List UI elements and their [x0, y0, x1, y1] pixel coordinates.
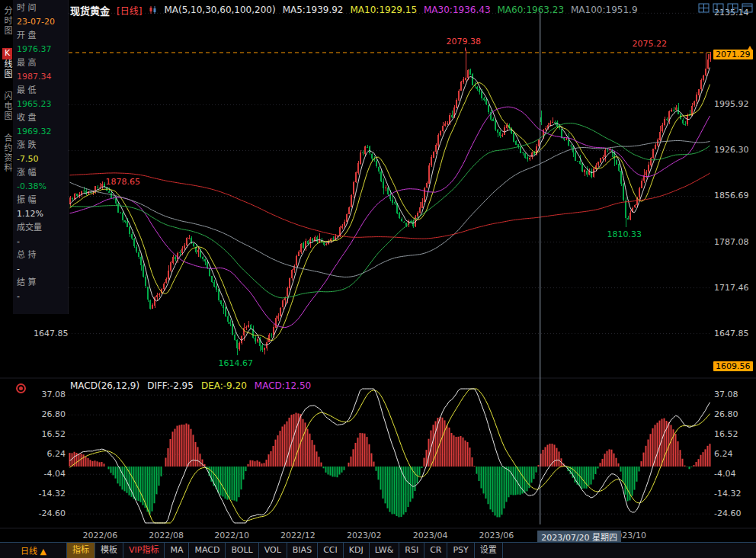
- triangle-up-icon: ▲: [40, 547, 46, 556]
- info-label: 涨 幅: [13, 166, 68, 180]
- x-axis-tick: 2023/04: [413, 531, 448, 540]
- bottom-toolbar: 日线 ▲ 指标模板VIP指标MAMACDBOLLVOLBIASCCIKDJLW&…: [0, 542, 756, 558]
- symbol-name: 现货黄金: [70, 3, 110, 18]
- indicator-tabs: 指标模板VIP指标MAMACDBOLLVOLBIASCCIKDJLW&RSICR…: [67, 543, 503, 558]
- bottom-tab-5[interactable]: MACD: [188, 543, 226, 558]
- x-axis-tick: 2022/12: [280, 531, 316, 540]
- bottom-tab-11[interactable]: LW&: [369, 543, 400, 558]
- chart-canvas[interactable]: [0, 0, 756, 558]
- info-value: -: [13, 290, 68, 303]
- info-value: -0.38%: [13, 180, 68, 194]
- info-label: 成交量: [13, 221, 68, 235]
- chart-header: 现货黄金 [日线] MA(5,10,30,60,100,200) MA5:193…: [70, 0, 703, 20]
- bottom-tab-8[interactable]: BIAS: [287, 543, 318, 558]
- ma-legend-item: MA60:1963.23: [498, 5, 565, 15]
- x-axis-tick: 2022/08: [149, 531, 184, 540]
- x-axis-tick: 2023/06: [479, 531, 514, 540]
- layout-hsplit-icon[interactable]: [742, 3, 753, 13]
- info-value: -: [13, 235, 68, 249]
- macd-params: MACD(26,12,9): [70, 380, 139, 391]
- ma-legend-item: MA10:1929.15: [351, 5, 418, 15]
- info-label: 总 持: [13, 249, 68, 262]
- macd-macd-value: MACD:12.50: [255, 380, 311, 391]
- left-tab-1[interactable]: 分时图: [0, 0, 13, 42]
- period-selector[interactable]: 日线 ▲: [0, 544, 67, 556]
- layout-vsplit-icon[interactable]: [713, 3, 724, 13]
- info-value: 1.12%: [13, 207, 68, 221]
- bottom-tab-12[interactable]: RSI: [399, 543, 424, 558]
- ma-legend-item: MA5:1939.92: [283, 5, 344, 15]
- info-label: 涨 跌: [13, 139, 68, 152]
- x-axis-labels: 2022/062022/082022/102022/122023/022023/…: [0, 530, 756, 543]
- info-label: 最 高: [13, 56, 68, 70]
- macd-dea-value: DEA:-9.20: [201, 380, 247, 391]
- ma-params: MA(5,10,30,60,100,200): [164, 5, 275, 15]
- mini-kline-icon: [149, 5, 157, 14]
- trading-app-window: 现货黄金 [日线] MA(5,10,30,60,100,200) MA5:193…: [0, 0, 756, 558]
- layout-mixed-icon[interactable]: [727, 3, 738, 13]
- macd-header: MACD(26,12,9) DIFF:-2.95 DEA:-9.20 MACD:…: [70, 380, 311, 391]
- info-label: 最 低: [13, 84, 68, 98]
- bottom-tab-10[interactable]: KDJ: [343, 543, 370, 558]
- info-value: 1976.37: [13, 43, 68, 56]
- bottom-tab-3[interactable]: VIP指标: [123, 543, 165, 558]
- info-value: 1987.34: [13, 70, 68, 84]
- ma-legend-item: MA30:1936.43: [424, 5, 491, 15]
- ma-legend: MA5:1939.92MA10:1929.15MA30:1936.43MA60:…: [283, 5, 638, 15]
- left-tab-3[interactable]: 闪电图: [0, 85, 13, 127]
- period-selector-label: 日线: [21, 547, 37, 556]
- left-tab-2[interactable]: K线图: [0, 42, 13, 85]
- info-value: -: [13, 262, 68, 276]
- indicator-dot-icon[interactable]: [16, 383, 26, 393]
- bottom-tab-7[interactable]: VOL: [258, 543, 287, 558]
- left-tab-4[interactable]: 合约资料: [0, 127, 13, 179]
- x-axis-tick: 2023/02: [347, 531, 382, 540]
- info-label: 结 算: [13, 276, 68, 290]
- crosshair-date-label: 2023/07/20 星期四: [537, 531, 621, 543]
- ma-legend-item: MA100:1951.9: [571, 5, 638, 15]
- info-value: 1969.32: [13, 125, 68, 139]
- info-label: 振 幅: [13, 194, 68, 207]
- info-value: 23-07-20: [13, 15, 68, 29]
- bottom-tab-14[interactable]: PSY: [447, 543, 474, 558]
- bottom-tab-9[interactable]: CCI: [317, 543, 344, 558]
- bottom-tab-13[interactable]: CR: [424, 543, 447, 558]
- macd-diff-value: DIFF:-2.95: [147, 380, 194, 391]
- bottom-tab-4[interactable]: MA: [164, 543, 189, 558]
- x-axis-tick: 2022/10: [214, 531, 249, 540]
- window-layout-icons: [698, 3, 753, 13]
- left-tab-strip: 分时图K线图闪电图合约资料: [0, 0, 13, 328]
- period-tag: [日线]: [117, 4, 142, 17]
- bottom-tab-2[interactable]: 模板: [94, 543, 123, 558]
- layout-grid-icon[interactable]: [698, 3, 710, 13]
- bottom-tab-15[interactable]: 设置: [474, 543, 503, 558]
- info-value: -7.50: [13, 152, 68, 166]
- info-label: 收 盘: [13, 111, 68, 125]
- quote-info-panel: 时 间23-07-20开 盘1976.37最 高1987.34最 低1965.2…: [13, 0, 69, 314]
- info-value: 1965.23: [13, 98, 68, 111]
- bottom-tab-1[interactable]: 指标: [66, 543, 95, 558]
- bottom-tab-6[interactable]: BOLL: [225, 543, 258, 558]
- info-label: 开 盘: [13, 29, 68, 43]
- x-axis-tick: 2022/06: [82, 531, 117, 540]
- info-label: 时 间: [13, 2, 68, 15]
